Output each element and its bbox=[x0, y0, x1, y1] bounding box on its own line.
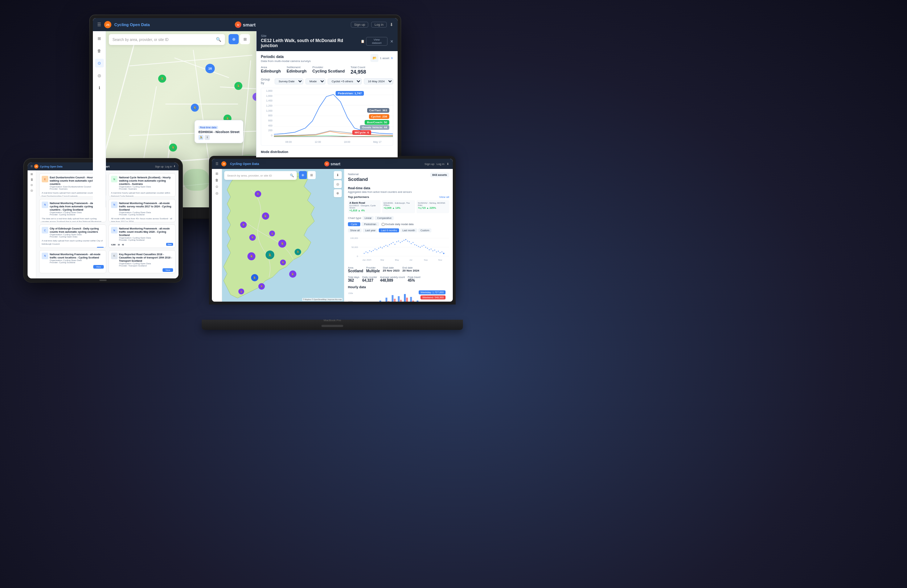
svg-text:0: 0 bbox=[357, 255, 359, 257]
map-pin-aberdeen[interactable]: 🚴 bbox=[262, 213, 269, 220]
tablet-login[interactable]: Log in bbox=[165, 165, 172, 168]
svg-point-34 bbox=[393, 242, 394, 243]
tablet-sidebar-info[interactable]: ⊙ bbox=[30, 184, 33, 187]
tablet-signup[interactable]: Sign up bbox=[155, 165, 163, 168]
hourly-label: Hourly data bbox=[348, 285, 449, 289]
map-pin[interactable]: 🚴 bbox=[158, 75, 166, 83]
map-pin[interactable]: 16 bbox=[205, 64, 215, 73]
map-pin-3[interactable]: 🚴 bbox=[269, 230, 275, 236]
asset-icon: 📂 bbox=[370, 54, 378, 62]
map-pin-2[interactable]: 🚴 bbox=[251, 274, 258, 281]
chart-type-comparative[interactable]: Comparative bbox=[375, 216, 394, 220]
mode-pedestrian[interactable]: Pedestrian bbox=[361, 222, 379, 226]
sidebar-icon-layers[interactable]: ⊞ bbox=[95, 34, 104, 43]
tooltip-title: EDH0034 - Nicolson Street bbox=[199, 130, 239, 134]
map-pin-perth[interactable]: 🚴 bbox=[249, 234, 256, 241]
tablet-sidebar-map[interactable]: ⊞ bbox=[30, 173, 33, 176]
laptop-sidebar-compass[interactable]: ◎ bbox=[215, 192, 218, 195]
svg-point-28 bbox=[382, 248, 383, 249]
mode-select[interactable]: Mode bbox=[306, 78, 325, 85]
date-last-6months[interactable]: Last 6 months bbox=[379, 228, 399, 232]
menu-icon: ☰ bbox=[97, 22, 101, 27]
sidebar-icon-trash[interactable]: 🗑 bbox=[95, 46, 104, 55]
svg-point-54 bbox=[429, 249, 430, 250]
panel-header: Site CE12 Leith Walk, south of McDonald … bbox=[256, 31, 397, 51]
svg-text:Mar: Mar bbox=[381, 259, 384, 261]
tablet-card-8: K Key Reported Road Casualties 2018 - Ca… bbox=[109, 250, 176, 274]
map-pin-6[interactable]: 🚴 bbox=[238, 289, 244, 294]
svg-point-36 bbox=[396, 241, 397, 243]
sidebar-icon-route[interactable]: ◎ bbox=[95, 71, 104, 80]
stat-total-count: Total Count 24,958 bbox=[351, 66, 366, 75]
laptop-map-btn-grid[interactable]: ⊞ bbox=[308, 171, 316, 179]
tablet-sidebar-home[interactable]: ◎ bbox=[30, 189, 33, 192]
cyclist-select[interactable]: Cyclist +5 others bbox=[328, 78, 362, 85]
card8-view-btn[interactable]: View bbox=[162, 268, 173, 272]
laptop-login[interactable]: Log in bbox=[436, 162, 444, 166]
svg-point-38 bbox=[400, 242, 401, 243]
svg-point-44 bbox=[411, 243, 412, 244]
group-by-select[interactable]: Survey Date Mode bbox=[275, 78, 303, 85]
survey-date-select[interactable]: 16 May 2024 bbox=[364, 78, 393, 85]
date-custom[interactable]: Custom bbox=[418, 228, 431, 232]
sidebar-icon-info[interactable]: ℹ bbox=[95, 83, 104, 92]
map-pin[interactable]: 🚴 bbox=[234, 82, 242, 90]
login-button[interactable]: Log in bbox=[371, 22, 387, 27]
map-pin-4[interactable]: 🚴 bbox=[278, 240, 286, 248]
map-pin-7[interactable]: 🚴 bbox=[258, 283, 265, 290]
ldp-stats-row-2: Total days 362 Daily counter 64,327 Aver… bbox=[348, 276, 449, 283]
laptop-compass-btn[interactable]: ⊕ bbox=[334, 189, 342, 197]
map-pin-1[interactable]: 🚴 bbox=[280, 260, 286, 265]
laptop-location-btn[interactable]: ◎ bbox=[334, 180, 342, 188]
map-pin-glasgow[interactable]: 🚴 bbox=[247, 252, 255, 260]
map-pin-edinburgh[interactable]: 🚴 bbox=[266, 251, 274, 259]
chart-y-axis: 1,800 1,600 1,400 1,200 1,000 800 600 40… bbox=[261, 88, 274, 138]
grid-view-button[interactable]: ⊞ bbox=[240, 34, 250, 44]
view-dataset-button[interactable]: View dataset bbox=[366, 37, 388, 46]
date-last-year[interactable]: Last year bbox=[363, 228, 378, 232]
laptop-notch bbox=[321, 325, 343, 327]
date-last-month[interactable]: Last month bbox=[400, 228, 417, 232]
tablet-sidebar-trash[interactable]: 🗑 bbox=[30, 178, 34, 181]
exclude-modal-checkbox[interactable] bbox=[382, 223, 385, 226]
card5-view-badge[interactable]: View bbox=[97, 247, 104, 248]
svg-point-39 bbox=[402, 241, 403, 242]
svg-rect-83 bbox=[380, 300, 381, 302]
tooltip-goods: Goods Vehicle: 44 bbox=[360, 125, 389, 130]
svg-text:100,000: 100,000 bbox=[350, 237, 358, 239]
topbar-actions: Sign up Log in ⬇ bbox=[351, 22, 393, 27]
map-pin-9[interactable]: 🚴 bbox=[295, 249, 301, 255]
laptop-download-btn[interactable]: ⬇ bbox=[334, 171, 342, 179]
map-view-button[interactable]: ⊕ bbox=[229, 34, 239, 44]
close-button[interactable]: × bbox=[390, 38, 393, 44]
chart-type-linear[interactable]: Linear bbox=[362, 216, 374, 220]
svg-point-52 bbox=[425, 247, 426, 248]
search-icon[interactable]: 🔍 bbox=[216, 37, 221, 42]
date-range-row: Show all Last year Last 6 months Last mo… bbox=[348, 228, 449, 232]
svg-point-25 bbox=[376, 249, 377, 250]
laptop-sidebar-view[interactable]: ⊙ bbox=[215, 185, 218, 189]
card6-view-badge[interactable]: View bbox=[166, 243, 173, 246]
laptop-sidebar-trash[interactable]: 🗑 bbox=[215, 178, 218, 182]
map-pin-inverness[interactable]: 🚴 bbox=[255, 191, 261, 197]
laptop-map-btn-map[interactable]: ⊕ bbox=[299, 171, 307, 179]
expand-icon[interactable]: ∧ bbox=[391, 56, 393, 60]
chart-x-axis: 06:00 12:00 18:00 May 17 bbox=[274, 138, 393, 145]
laptop-map[interactable]: 🚴 🚴 🚴 🚴 🚴 🚴 bbox=[222, 169, 344, 302]
svg-point-30 bbox=[385, 245, 386, 246]
laptop-sidebar-map[interactable]: ⊞ bbox=[215, 172, 218, 176]
card7-view-btn[interactable]: View bbox=[93, 265, 104, 268]
map-pin-8[interactable]: 🚴 bbox=[289, 270, 296, 278]
hourly-tooltip-weekday: Weekday: 1,727,893 bbox=[419, 290, 445, 294]
map-pin[interactable]: 🚴 bbox=[169, 144, 177, 152]
sidebar-icon-map[interactable]: ⊙ bbox=[95, 59, 104, 67]
laptop-signup[interactable]: Sign up bbox=[425, 162, 434, 166]
view-all-link[interactable]: View all bbox=[439, 195, 449, 199]
laptop-base: MacBook Pro bbox=[202, 320, 463, 330]
map-pin-5[interactable]: 🚴 bbox=[240, 222, 247, 228]
map-pin[interactable]: 🚴 bbox=[191, 104, 199, 112]
mode-cycle[interactable]: Cycle bbox=[348, 222, 360, 226]
laptop-search-icon[interactable]: 🔍 bbox=[290, 174, 294, 177]
signup-button[interactable]: Sign up bbox=[351, 22, 369, 27]
date-show-all[interactable]: Show all bbox=[348, 228, 362, 232]
